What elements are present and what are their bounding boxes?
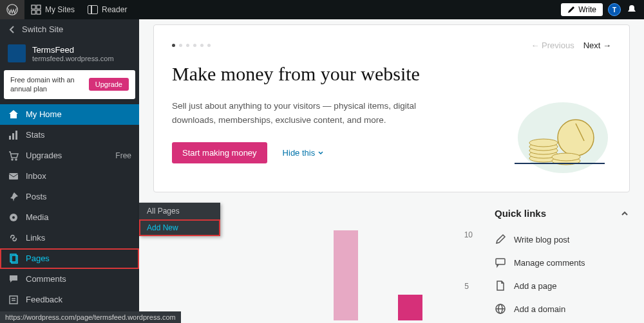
stats-icon	[8, 129, 19, 141]
y-tick: 10	[464, 230, 473, 239]
chevron-down-icon	[317, 150, 324, 156]
quick-link-add-page[interactable]: Add a page	[495, 274, 630, 297]
quick-link-wp-admin[interactable]: WP Admin Dashboard	[495, 320, 630, 323]
pin-icon	[8, 191, 19, 203]
upgrade-banner: Free domain with an annual plan Upgrade	[4, 70, 135, 99]
quick-link-manage-comments[interactable]: Manage comments	[495, 251, 630, 274]
reader-link[interactable]: Reader	[81, 0, 133, 19]
free-badge: Free	[115, 151, 131, 160]
svg-point-8	[12, 159, 13, 160]
sidebar-item-upgrades[interactable]: Upgrades Free	[0, 145, 139, 166]
quick-link-write-post[interactable]: Write blog post	[495, 228, 630, 251]
pencil-icon	[495, 234, 506, 245]
site-info[interactable]: TermsFeed termsfeed.wordpress.com	[0, 39, 139, 68]
quick-link-label: Add a domain	[514, 304, 565, 314]
coins-illustration	[502, 99, 611, 176]
svg-rect-2	[37, 5, 41, 9]
svg-rect-1	[32, 5, 35, 9]
sidebar-item-label: Media	[26, 212, 131, 222]
sidebar-item-my-home[interactable]: My Home	[0, 104, 139, 125]
quick-link-label: Add a page	[514, 281, 557, 291]
page-icon	[495, 280, 506, 291]
sidebar-item-comments[interactable]: Comments	[0, 269, 139, 290]
sidebar-item-pages[interactable]: Pages	[0, 248, 139, 269]
svg-rect-15	[10, 296, 17, 304]
home-icon	[8, 109, 19, 120]
carousel-dots[interactable]	[172, 44, 211, 47]
sidebar-item-label: Pages	[26, 254, 131, 263]
notifications-icon[interactable]	[626, 4, 638, 15]
svg-rect-31	[496, 259, 505, 264]
my-sites-link[interactable]: My Sites	[24, 0, 81, 19]
sidebar-item-stats[interactable]: Stats	[0, 125, 139, 145]
reader-label: Reader	[102, 5, 127, 14]
site-url: termsfeed.wordpress.com	[32, 55, 114, 62]
status-bar-url: https://wordpress.com/page/termsfeed.wor…	[0, 311, 181, 323]
card-title: Make money from your website	[172, 63, 611, 85]
svg-point-21	[558, 120, 594, 156]
switch-site-label: Switch Site	[22, 24, 63, 34]
link-icon	[8, 232, 19, 244]
svg-rect-4	[37, 10, 41, 14]
sidebar-item-label: Inbox	[26, 171, 131, 181]
svg-point-12	[12, 216, 15, 219]
write-label: Write	[578, 5, 596, 14]
wordpress-icon	[6, 4, 18, 15]
svg-point-27	[529, 139, 558, 147]
sidebar-item-feedback[interactable]: Feedback	[0, 290, 139, 310]
sidebar-item-posts[interactable]: Posts	[0, 187, 139, 207]
y-tick: 5	[464, 282, 469, 291]
svg-rect-10	[9, 173, 18, 180]
svg-point-29	[552, 153, 580, 161]
sidebar-item-label: Posts	[26, 192, 131, 201]
previous-button[interactable]: ← Previous	[531, 41, 574, 50]
svg-rect-5	[9, 136, 11, 140]
chart-bar	[334, 230, 358, 320]
write-button[interactable]: Write	[561, 3, 603, 16]
comment-icon	[8, 273, 19, 285]
pages-submenu: All Pages Add New	[139, 203, 220, 236]
quick-link-label: Manage comments	[514, 258, 585, 268]
upgrade-button[interactable]: Upgrade	[89, 78, 129, 91]
mail-icon	[8, 171, 19, 182]
quick-link-add-domain[interactable]: Add a domain	[495, 297, 630, 320]
svg-rect-3	[32, 10, 35, 14]
cart-icon	[8, 150, 19, 162]
sidebar-item-media[interactable]: Media	[0, 207, 139, 228]
media-icon	[8, 212, 19, 223]
views-chart: 10 5	[153, 224, 475, 320]
globe-icon	[495, 303, 506, 315]
submenu-add-new[interactable]: Add New	[139, 219, 220, 236]
hide-this-link[interactable]: Hide this	[283, 148, 325, 158]
wp-logo-menu[interactable]	[0, 0, 24, 19]
sidebar-item-inbox[interactable]: Inbox	[0, 166, 139, 187]
site-name: TermsFeed	[32, 45, 114, 55]
submenu-all-pages[interactable]: All Pages	[139, 203, 220, 219]
site-icon	[8, 44, 26, 62]
switch-site-link[interactable]: Switch Site	[0, 19, 139, 39]
svg-rect-7	[15, 131, 17, 140]
quick-link-label: Write blog post	[514, 235, 569, 245]
my-sites-label: My Sites	[45, 5, 75, 14]
promo-card: ← Previous Next → Make money from your w…	[153, 24, 630, 192]
reader-icon	[88, 5, 98, 14]
next-button[interactable]: Next →	[583, 41, 611, 50]
upgrade-text: Free domain with an annual plan	[10, 75, 75, 94]
comment-icon	[495, 257, 506, 268]
sites-icon	[31, 5, 41, 15]
svg-point-9	[15, 159, 17, 160]
start-making-money-button[interactable]: Start making money	[172, 142, 267, 163]
sidebar-item-links[interactable]: Links	[0, 228, 139, 248]
sidebar-item-label: Stats	[26, 130, 131, 140]
card-text: Sell just about anything to your visitor…	[172, 99, 442, 127]
sidebar-item-label: Feedback	[26, 295, 131, 304]
quick-links-title: Quick links	[495, 208, 546, 219]
chevron-up-icon[interactable]	[620, 208, 630, 219]
sidebar-item-label: Links	[26, 233, 131, 243]
sidebar-item-label: Upgrades	[26, 151, 109, 160]
chart-bar	[398, 295, 422, 320]
feedback-icon	[8, 294, 19, 306]
sidebar-item-label: Comments	[26, 274, 131, 284]
pen-icon	[567, 6, 575, 14]
user-avatar[interactable]: T	[608, 3, 621, 16]
